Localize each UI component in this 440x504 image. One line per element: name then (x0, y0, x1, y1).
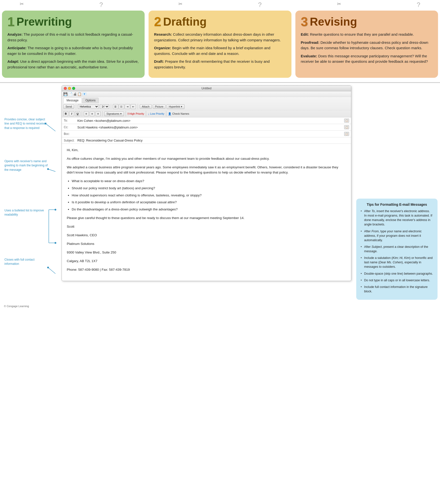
toolbar-icon-row: 💾 📄 🖨 📋 📧 (62, 91, 351, 97)
annotation-closing: Closes with full contact information (4, 258, 49, 266)
edit-label: Edit: (301, 32, 309, 36)
window-title: Untitled (202, 87, 212, 90)
step3-para2: Proofread: Decide whether to hyphenate c… (301, 40, 433, 51)
tip-item-1: After To, insert the receiver's electron… (361, 209, 433, 227)
email-signature: Scott Scott Hawkins, CEO Platinum Soluti… (67, 224, 346, 272)
separator8 (166, 111, 166, 116)
svg-line-2 (48, 169, 55, 172)
email-body: Hi, Kim, As office cultures change, I'm … (62, 144, 351, 281)
cc-address-book-icon[interactable]: 📋 (344, 125, 349, 129)
step2-title: Drafting (163, 15, 206, 28)
draft-label: Draft: (154, 59, 164, 63)
step1-title: Prewriting (17, 15, 72, 28)
cc-field-row: Cc: Scott Hawkins <shawkins@platinum.com… (62, 124, 351, 131)
steps-section: 1 Prewriting Analyze: The purpose of thi… (0, 9, 440, 83)
attach-button[interactable]: Attach (140, 104, 152, 109)
outdent-button[interactable]: ⇤ (131, 104, 136, 109)
toolbar-format-row: Send Helvetica 14 ☰ ☷ ⇥ ⇤ (62, 103, 351, 110)
to-field-row: To: Kim Cohen <kcohen@platinum.com> 📋 (62, 117, 351, 124)
font-selector[interactable]: Helvetica (78, 104, 99, 109)
separator2 (111, 104, 111, 109)
bullet-item-5: Do the disadvantages of a dress-down pol… (72, 207, 346, 212)
bullet-item-3: How should supervisors react when clothi… (72, 193, 346, 198)
step2-content: Research: Collect secondary information … (154, 32, 286, 70)
low-priority-icon: ↓ (148, 112, 150, 116)
research-text: Collect secondary information about dres… (154, 32, 281, 42)
anticipate-label: Anticipate: (7, 46, 27, 50)
annotation-greeting-text: Opens with receiver's name and greeting … (4, 159, 48, 172)
step3-header: 3 Revising (301, 15, 433, 28)
hyperlink-button[interactable]: Hyperlink ▾ (167, 104, 185, 109)
low-priority-button[interactable]: ↓ Low Priority (148, 112, 164, 116)
step-prewriting: 1 Prewriting Analyze: The purpose of thi… (2, 11, 145, 78)
step3-para3: Evaluate: Does this message encourage pa… (301, 53, 433, 64)
annotation-bullets: Uses a bulleted list to improve readabil… (4, 208, 49, 217)
indent-button[interactable]: ⇥ (125, 104, 130, 109)
tip-text-1: After To, insert the receiver's electron… (364, 209, 432, 226)
organize-label: Organize: (154, 46, 171, 50)
tip-item-3: After Subject, present a clear descripti… (361, 245, 433, 253)
align-right-button[interactable]: ≡ (96, 111, 101, 116)
address-icon[interactable]: 📋 (77, 92, 82, 96)
picture-button[interactable]: Picture (153, 104, 166, 109)
email-container: Untitled 💾 📄 🖨 📋 📧 Message Options (62, 85, 351, 300)
minimize-button[interactable] (68, 87, 71, 90)
bcc-field-row: Bcc: 📋 (62, 131, 351, 137)
annotation-closing-text: Closes with full contact information (4, 258, 34, 266)
align-left-button[interactable]: ≡ (84, 111, 89, 116)
signatures-button[interactable]: Signatures ▾ (104, 111, 124, 116)
check-names-button[interactable]: 👤 Check Names (168, 112, 189, 115)
bold-button[interactable]: B (63, 111, 68, 116)
tab-message[interactable]: Message (63, 98, 82, 103)
question-mark-1: ? (99, 1, 103, 9)
high-priority-label: High Priority (129, 112, 144, 115)
greeting: Hi, Kim, (67, 148, 346, 153)
person-icon: 👤 (168, 112, 171, 115)
separator4 (82, 111, 82, 116)
step2-number: 2 (154, 15, 161, 28)
step1-para2: Anticipate: The message is going to a su… (7, 45, 139, 56)
tips-list: After To, insert the receiver's electron… (361, 209, 433, 294)
svg-point-8 (55, 242, 56, 244)
italic-button[interactable]: I (69, 111, 74, 116)
analyze-label: Analyze: (7, 32, 23, 36)
bullet-item-2: Should our policy restrict body art (tat… (72, 186, 346, 191)
to-address-book-icon[interactable]: 📋 (344, 119, 349, 123)
step2-para2: Organize: Begin with the main idea follo… (154, 45, 286, 56)
tip-text-7: Include full contact information in the … (364, 285, 428, 293)
print-icon[interactable]: 🖨 (73, 92, 77, 96)
email-window: Untitled 💾 📄 🖨 📋 📧 Message Options (62, 85, 351, 281)
organize-text: Begin with the main idea followed by a b… (154, 46, 270, 56)
mail-icon[interactable]: 📧 (82, 92, 86, 96)
close-button[interactable] (64, 87, 67, 90)
size-selector[interactable]: 14 (100, 104, 109, 109)
bcc-address-book-icon[interactable]: 📋 (344, 132, 349, 136)
cc-value[interactable]: Scott Hawkins <shawkins@platinum.com> (77, 126, 344, 129)
annotation-subject: Provides concise, clear subject line and… (4, 117, 49, 130)
save-icon[interactable]: 💾 (63, 92, 68, 96)
tips-box: Tips for Formatting E-mail Messages Afte… (356, 199, 438, 300)
underline-button[interactable]: U (75, 111, 80, 116)
separator3 (138, 104, 138, 109)
separator5 (102, 111, 102, 116)
step-drafting: 2 Drafting Research: Collect secondary i… (149, 11, 291, 78)
ordered-list-button[interactable]: ☷ (119, 104, 124, 109)
maximize-button[interactable] (72, 87, 75, 90)
svg-point-10 (47, 267, 49, 268)
tips-container: Tips for Formatting E-mail Messages Afte… (356, 85, 438, 300)
check-names-label: Check Names (172, 112, 189, 115)
subject-value[interactable]: REQ: Reconsidering Our Casual-Dress Poli… (77, 139, 349, 142)
align-center-button[interactable]: ≡ (90, 111, 95, 116)
step3-content: Edit: Rewrite questions to ensure that t… (301, 32, 433, 64)
body-para3: Please give careful thought to these que… (67, 216, 346, 221)
unordered-list-button[interactable]: ☰ (113, 104, 118, 109)
bullet-list: What is acceptable to wear on dress-down… (72, 179, 346, 212)
to-value[interactable]: Kim Cohen <kcohen@platinum.com> (77, 119, 344, 123)
send-button[interactable]: Send (63, 104, 74, 109)
new-icon[interactable]: 📄 (68, 92, 72, 96)
tab-options[interactable]: Options (82, 98, 99, 103)
signature-company: Platinum Solutions (67, 241, 346, 247)
cc-label: Cc: (64, 126, 77, 129)
high-priority-button[interactable]: ! High Priority (128, 112, 144, 116)
tip-text-2: After From, type your name and electroni… (364, 230, 422, 242)
